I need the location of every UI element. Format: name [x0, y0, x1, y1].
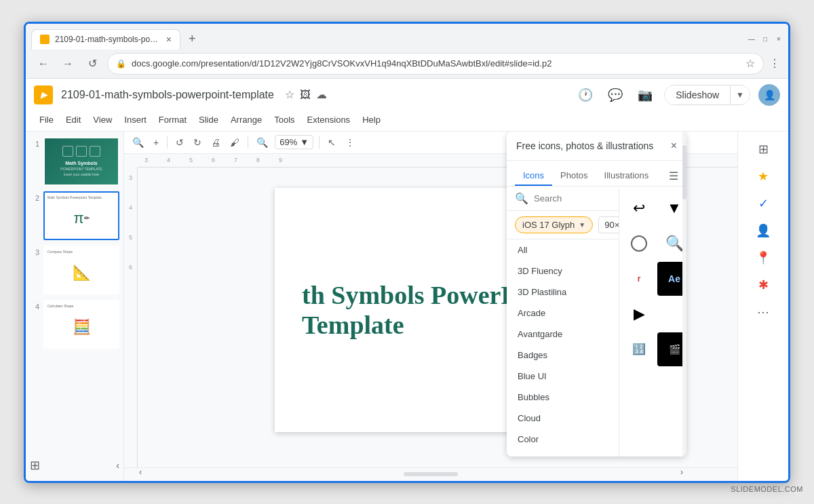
select-btn[interactable]: ↖ [325, 134, 338, 151]
slide-num-1: 1 [30, 140, 39, 148]
paint-format-btn[interactable]: 🖌 [227, 134, 242, 151]
icon-panel-tabs: Icons Photos Illustrations ☰ [507, 161, 686, 187]
slide3-label: Compass Shape [47, 250, 115, 254]
tab-illustrations[interactable]: Illustrations [596, 166, 657, 186]
avatar-icon: 👤 [764, 90, 775, 100]
minimize-btn[interactable]: — [748, 35, 756, 43]
icons-grid: ↩ ▼ 🔍 r Ae ▶ 🔢 [622, 191, 684, 366]
bookmark-icon[interactable]: ☆ [745, 57, 755, 70]
tab-favicon [40, 35, 50, 44]
browser-menu-btn[interactable]: ⋮ [769, 57, 780, 70]
right-panel-grid-btn[interactable]: ⊞ [751, 137, 775, 161]
active-tab[interactable]: 2109-01-math-symbols-power... × [31, 29, 180, 50]
save-to-drive-icon[interactable]: 🖼 [300, 89, 311, 101]
icon-cell-1[interactable]: ↩ [622, 191, 656, 225]
toolbar-divider-2 [248, 136, 248, 149]
tab-bar: 2109-01-math-symbols-power... × + — □ × [26, 24, 788, 50]
panel-scrollbar-thumb[interactable] [682, 145, 686, 199]
slide-thumb-4[interactable]: 4 Calculator Shape 🧮 [30, 300, 119, 349]
menu-format[interactable]: Format [153, 113, 192, 127]
security-icon: 🔒 [116, 59, 126, 69]
slide-img-2: Math Symbols Powerpoint Template π ✏ [45, 193, 118, 239]
slide-preview-4[interactable]: Calculator Shape 🧮 [43, 300, 119, 349]
slideshow-dropdown-btn[interactable]: ▼ [730, 86, 750, 104]
menu-file[interactable]: File [34, 113, 59, 127]
zoom-level: 69% [279, 137, 297, 147]
zoom-out-btn[interactable]: 🔍 [130, 134, 147, 151]
scroll-right-btn[interactable]: › [680, 467, 683, 477]
right-panel-more-btn[interactable]: ⋯ [751, 300, 775, 324]
icon-panel-close-btn[interactable]: × [671, 140, 677, 152]
maximize-btn[interactable]: □ [761, 35, 769, 43]
header-icons: ☆ 🖼 ☁ [285, 88, 327, 101]
canvas-scrollbar-thumb[interactable] [404, 472, 458, 476]
toolbar-divider-3 [319, 136, 319, 149]
icon-cell-5[interactable]: r [622, 262, 656, 296]
slide-thumb-2[interactable]: 2 Math Symbols Powerpoint Template π ✏ [30, 191, 119, 240]
slide4-label: Calculator Shape [47, 304, 115, 308]
slide-thumb-1[interactable]: 1 Math Symbols POWERPOINT TEMPLATE Inser… [30, 137, 119, 186]
undo-btn[interactable]: ↺ [173, 134, 187, 151]
slide1-title: Math Symbols [65, 161, 97, 166]
back-btn[interactable]: ← [34, 54, 53, 73]
star-icon[interactable]: ☆ [285, 88, 294, 101]
tab-close-btn[interactable]: × [166, 34, 172, 45]
slide-thumb-3[interactable]: 3 Compass Shape 📐 [30, 246, 119, 294]
slideshow-btn[interactable]: Slideshow ▼ [664, 85, 750, 105]
slide-img-3: Compass Shape 📐 [45, 247, 118, 293]
menu-edit[interactable]: Edit [60, 113, 86, 127]
avatar-btn[interactable]: 👤 [758, 84, 780, 106]
more-tools-btn[interactable]: ⋮ [343, 134, 357, 151]
right-panel-check-btn[interactable]: ✓ [751, 191, 775, 216]
tab-icons[interactable]: Icons [515, 166, 552, 186]
menu-extensions[interactable]: Extensions [302, 113, 356, 127]
menu-help[interactable]: Help [357, 113, 386, 127]
slide-prev-btn[interactable]: ‹ [116, 460, 119, 471]
zoom-in-btn[interactable]: + [151, 134, 161, 151]
canvas-bottom-bar [124, 467, 737, 481]
right-panel-star-btn[interactable]: ★ [751, 164, 775, 189]
icon-cell-9[interactable]: 🔢 [622, 332, 656, 366]
slide-preview-1[interactable]: Math Symbols POWERPOINT TEMPLATE Insert … [43, 137, 119, 186]
camera-btn[interactable]: 📷 [634, 84, 656, 106]
tab-photos[interactable]: Photos [552, 166, 596, 186]
slide2-pi: π [73, 211, 83, 226]
menu-insert[interactable]: Insert [119, 113, 152, 127]
slide-preview-2[interactable]: Math Symbols Powerpoint Template π ✏ [43, 191, 119, 240]
address-bar[interactable]: 🔒 docs.google.com/presentation/d/1D12V2W… [107, 53, 764, 75]
print-btn[interactable]: 🖨 [208, 134, 223, 151]
comments-btn[interactable]: 💬 [604, 84, 626, 106]
right-panel-location-btn[interactable]: 📍 [751, 246, 775, 270]
scroll-left-btn[interactable]: ‹ [139, 467, 142, 477]
redo-btn[interactable]: ↻ [191, 134, 204, 151]
app-header: ▶ 2109-01-math-symbols-powerpoint-templa… [34, 79, 780, 111]
app-logo: ▶ [34, 85, 53, 104]
zoom-plus-btn[interactable]: 🔍 [254, 134, 271, 151]
style-dropdown-arrow: ▼ [579, 221, 585, 229]
close-btn[interactable]: × [775, 35, 783, 43]
history-btn[interactable]: 🕐 [575, 84, 596, 106]
icon-cell-7[interactable]: ▶ [622, 297, 656, 331]
refresh-btn[interactable]: ↺ [83, 54, 102, 73]
new-tab-btn[interactable]: + [183, 32, 201, 46]
icon-tab-menu-btn[interactable]: ☰ [669, 170, 678, 182]
slide2-label: Math Symbols Powerpoint Template [47, 195, 115, 199]
style-label: iOS 17 Glyph [522, 220, 575, 230]
menu-arrange[interactable]: Arrange [225, 113, 267, 127]
menu-tools[interactable]: Tools [269, 113, 300, 127]
slideshow-main-btn[interactable]: Slideshow [665, 85, 730, 104]
forward-btn[interactable]: → [58, 54, 77, 73]
right-panel-user-btn[interactable]: 👤 [751, 218, 775, 243]
style-dropdown[interactable]: iOS 17 Glyph ▼ [515, 216, 593, 233]
cloud-sync-icon[interactable]: ☁ [316, 88, 327, 101]
ruler-vertical: 3 4 5 6 [124, 168, 138, 467]
menu-view[interactable]: View [88, 113, 117, 127]
zoom-display[interactable]: 69% ▼ [275, 135, 313, 149]
icon-panel-header: Free icons, photos & illustrations × [507, 132, 686, 161]
slide-grid-btn[interactable]: ⊞ [30, 458, 40, 473]
menu-slide[interactable]: Slide [193, 113, 224, 127]
panel-scrollbar-track[interactable] [682, 132, 686, 457]
icon-cell-3[interactable] [622, 227, 656, 260]
right-panel-asterisk-btn[interactable]: ✱ [751, 273, 775, 297]
slide-preview-3[interactable]: Compass Shape 📐 [43, 246, 119, 294]
